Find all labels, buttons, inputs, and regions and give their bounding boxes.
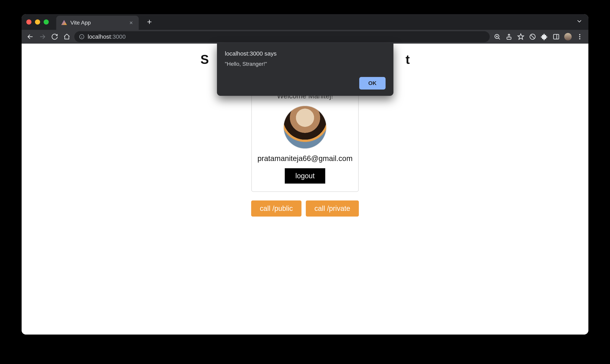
reload-button[interactable]	[50, 32, 59, 41]
svg-rect-13	[554, 34, 559, 39]
adblock-icon[interactable]	[528, 32, 537, 41]
sidepanel-icon[interactable]	[551, 32, 561, 41]
logout-button[interactable]: logout	[285, 168, 325, 183]
call-public-button[interactable]: call /public	[251, 200, 301, 217]
url-text: localhost:3000	[88, 33, 126, 40]
user-avatar	[283, 106, 327, 149]
forward-button[interactable]	[38, 32, 47, 41]
svg-point-15	[579, 34, 580, 35]
call-private-button[interactable]: call /private	[306, 200, 359, 217]
heading-prefix: S	[201, 52, 209, 66]
close-window-icon[interactable]	[26, 19, 31, 25]
js-alert-dialog: localhost:3000 says "Hello, Stranger!" O…	[217, 43, 393, 96]
user-card: Welcome Manitej! pratamaniteja66@gmail.c…	[251, 84, 359, 192]
user-email: pratamaniteja66@gmail.com	[258, 154, 352, 163]
chevron-down-icon[interactable]	[576, 18, 583, 26]
call-buttons-row: call /public call /private	[251, 200, 359, 217]
svg-marker-10	[518, 34, 524, 39]
vite-favicon-icon	[61, 20, 67, 26]
share-icon[interactable]	[504, 32, 514, 41]
toolbar: localhost:3000	[22, 30, 588, 44]
back-button[interactable]	[26, 32, 35, 41]
avatar-icon	[564, 33, 572, 40]
menu-kebab-icon[interactable]	[575, 32, 584, 41]
url-path: :3000	[111, 33, 126, 40]
site-info-icon[interactable]	[78, 33, 85, 40]
window-controls	[26, 19, 49, 25]
alert-ok-button[interactable]: OK	[359, 77, 386, 90]
svg-point-16	[579, 36, 580, 37]
maximize-window-icon[interactable]	[44, 19, 49, 25]
title-bar: Vite App × +	[22, 14, 588, 30]
svg-line-6	[498, 38, 500, 39]
heading-suffix: t	[406, 52, 409, 66]
browser-tab[interactable]: Vite App ×	[56, 16, 139, 30]
toolbar-right	[492, 32, 584, 41]
new-tab-button[interactable]: +	[145, 17, 154, 27]
svg-point-17	[579, 38, 580, 39]
alert-title: localhost:3000 says	[225, 50, 386, 57]
alert-message: "Hello, Stranger!"	[225, 61, 386, 67]
tab-title: Vite App	[70, 20, 125, 26]
bookmark-star-icon[interactable]	[516, 32, 526, 41]
profile-avatar[interactable]	[563, 32, 573, 41]
svg-line-12	[531, 35, 534, 39]
extensions-icon[interactable]	[540, 32, 549, 41]
close-tab-icon[interactable]: ×	[128, 19, 134, 26]
alert-actions: OK	[225, 77, 386, 90]
url-host: localhost	[88, 33, 111, 40]
home-button[interactable]	[62, 32, 71, 41]
zoom-icon[interactable]	[492, 32, 502, 41]
address-bar[interactable]: localhost:3000	[74, 31, 490, 42]
browser-window: Vite App × + localhost:3000	[22, 14, 588, 335]
minimize-window-icon[interactable]	[35, 19, 40, 25]
